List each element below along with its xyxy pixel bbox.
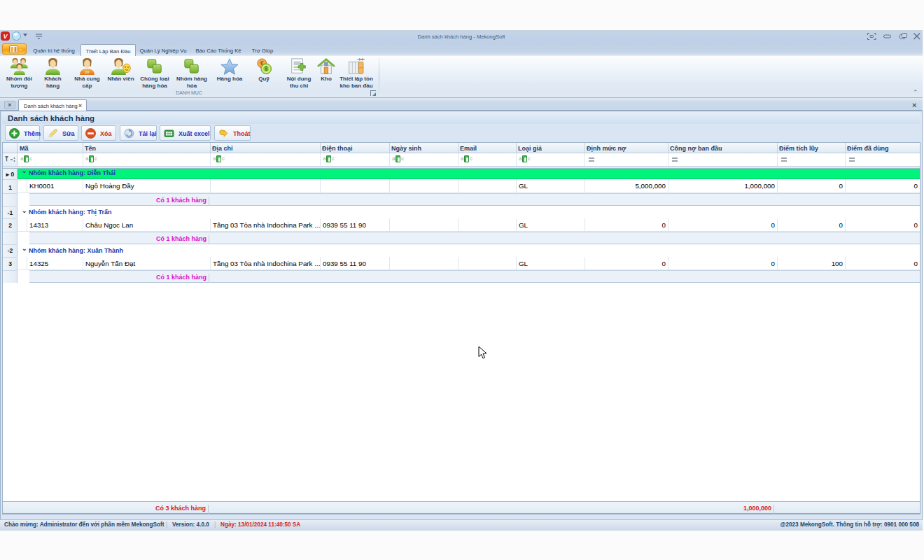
svg-text:$: $ [265,65,268,72]
svg-text:DX: DX [85,71,90,74]
